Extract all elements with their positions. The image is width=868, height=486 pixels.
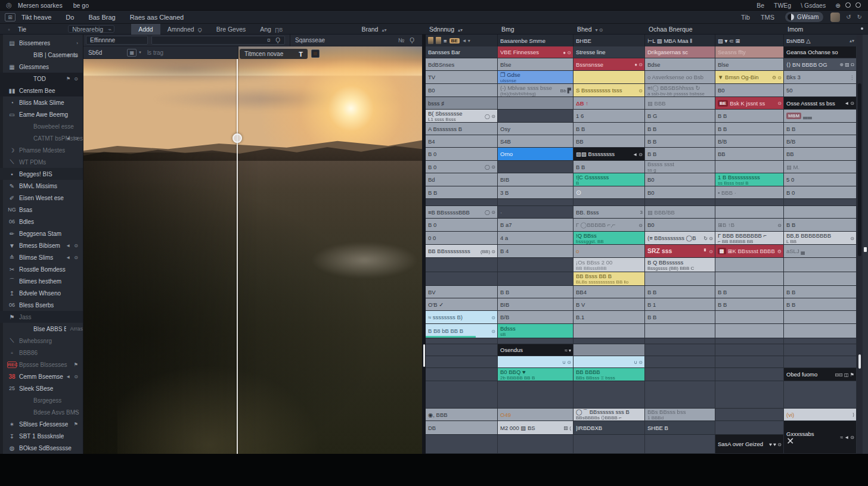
cell-action-icons[interactable]: ▘ ⊙ (704, 248, 713, 254)
grid-cell[interactable] (715, 338, 784, 344)
cell-action-icons[interactable]: ⊙ (491, 314, 495, 320)
grid-cell[interactable]: ¡Os BBss 2 00BB BBsssBBB (574, 258, 645, 272)
grid-cell[interactable]: B B (426, 186, 498, 199)
grid-cell[interactable] (498, 381, 574, 409)
grid-cell[interactable]: SHBE B (645, 421, 715, 435)
grid-cell[interactable]: ◉, BBB (426, 409, 498, 421)
window-close-button[interactable] (855, 2, 861, 8)
grid-cell[interactable] (574, 199, 645, 206)
grid-cell[interactable] (498, 258, 574, 272)
grid-cell[interactable]: ΔB ↑ (574, 97, 645, 110)
photo-preview[interactable]: Sb6d ▦ ▾ ls trag Titmcen novae T (83, 46, 422, 454)
grid-subheader-cell-2[interactable]: Basarenbe Smme (498, 35, 574, 46)
sidebar-item[interactable]: Blse ABBS BeeArras (0, 323, 83, 335)
sidebar-item[interactable]: 06Bless Bserbs (0, 299, 83, 311)
grid-cell[interactable]: Seasns ffty (715, 46, 784, 58)
grid-cell[interactable] (784, 311, 857, 324)
sidebar-item[interactable]: 25Sleek SBese (0, 382, 83, 394)
sidebar-item[interactable]: TOD⚑ ⊙ (0, 73, 83, 85)
grid-cell[interactable]: 3 B (498, 186, 574, 199)
visibility-toggle-icons[interactable]: ◄ ⊙ (66, 255, 79, 260)
grid-cell[interactable]: ▤ BBB/BB (645, 206, 715, 219)
grid-cell[interactable]: ⊙ (574, 186, 645, 199)
before-after-slider-line[interactable] (237, 46, 238, 454)
grid-cell[interactable] (645, 272, 715, 286)
grid-cell[interactable]: BB (784, 148, 857, 161)
grid-cell[interactable]: Orno (498, 148, 574, 161)
cell-action-icons[interactable]: (BB) ⊙ (480, 248, 495, 254)
grid-cell[interactable] (426, 272, 498, 286)
cell-action-icons[interactable]: ◄ ⊙ (844, 101, 854, 106)
cell-action-icons[interactable]: 3 (640, 210, 643, 215)
grid-cell[interactable]: B B (498, 286, 574, 298)
grid-cell[interactable]: ▪ BBB · (715, 186, 784, 199)
sidebar-item[interactable]: NGBsas (0, 204, 83, 216)
menu-app-title[interactable]: Mersen soarkes (18, 2, 63, 9)
sidebar-item[interactable]: ☽Phamse Mdestes (0, 144, 83, 156)
grid-cell[interactable]: ⊞B ↑B⊙ (715, 219, 784, 232)
grid-cell[interactable]: BB BBsssssssss(BB) ⊙ (426, 245, 498, 258)
cell-action-icons[interactable]: ≈ ◄ ⊙ (841, 435, 854, 440)
sidebar-item[interactable]: ↧SBT 1 Bsssknsle (0, 430, 83, 442)
sidebar-item[interactable]: ⟍WT PDMs (0, 156, 83, 168)
tab-bre-geves[interactable]: Bre Geves (209, 24, 253, 35)
grid-cell[interactable]: B B8 bB BB B⊙ (426, 324, 498, 338)
grid-cell[interactable] (715, 206, 784, 219)
grid-cell[interactable] (498, 272, 574, 286)
grid-cell[interactable] (715, 161, 784, 173)
grid-cell[interactable]: TV (426, 71, 498, 84)
grid-cell[interactable]: ❐ Gdseulssnse (498, 71, 574, 84)
grid-cell[interactable]: A Bsssssss B (426, 123, 498, 135)
grid-cell[interactable] (784, 272, 857, 286)
grid-cell[interactable] (426, 258, 498, 272)
undo-icon[interactable]: ↺ (846, 14, 851, 20)
grid-cell[interactable]: B 0 (426, 219, 498, 232)
grid-cell[interactable]: Bansses Bar (426, 46, 498, 58)
grid-cell[interactable]: B B (574, 161, 645, 173)
grid-cell[interactable]: BB (574, 135, 645, 148)
cell-action-icons[interactable]: ⊙ (638, 222, 643, 228)
grid-cell[interactable] (715, 258, 784, 272)
grid-cell[interactable] (498, 435, 574, 454)
grid-cell[interactable]: O49 (498, 409, 574, 421)
grid-cell[interactable]: BB,B BBBBBBBBL BB⊙ (784, 232, 857, 245)
grid-cell[interactable] (715, 311, 784, 324)
globe-icon[interactable]: ⊕ (835, 2, 841, 9)
window-minimize-button[interactable] (845, 2, 851, 8)
scrollbar-thumb-dark[interactable] (858, 83, 861, 256)
grid-cell[interactable]: B0 BBQ ♥2b BBBBB BB B (498, 368, 574, 381)
grid-cell[interactable]: B0 (645, 219, 715, 232)
menu-right-3[interactable]: \ Gsdaes (801, 2, 826, 9)
grid-cell[interactable]: ≡B BBsssssBBB◯ ⊙ (426, 206, 498, 219)
grid-cell[interactable] (498, 161, 574, 173)
grid-cell[interactable] (498, 110, 574, 123)
chevron-icons[interactable]: ◄ ▾ (462, 38, 470, 43)
grid-cell[interactable] (784, 206, 857, 219)
toolbar-item-4[interactable]: Raes aas Cleaned (130, 14, 184, 21)
cell-action-icons[interactable]: ▨ ( (564, 425, 571, 431)
grid-cell[interactable]: !|C GsssssssB (574, 173, 645, 186)
grid-cell[interactable] (574, 435, 645, 454)
grid-cell[interactable] (784, 356, 857, 368)
grid-cell[interactable]: bsss ♯ (426, 97, 498, 110)
grid-cell[interactable] (645, 381, 715, 409)
grid-cell[interactable] (645, 368, 715, 381)
cell-action-icons[interactable]: ⚙ (777, 248, 782, 254)
app-logo-icon[interactable]: ◎ (0, 1, 18, 9)
grid-cell[interactable] (645, 344, 715, 356)
grid-cell[interactable] (715, 272, 784, 286)
grid-subheader-cell-6[interactable]: BsNBB △▴▾ (784, 35, 857, 46)
grid-cell[interactable]: B B (784, 123, 857, 135)
grid-column-title-2[interactable]: Bmg (501, 26, 514, 33)
toolbar-item-2[interactable]: Do (66, 14, 74, 21)
account-toggle[interactable]: GWsam (785, 12, 823, 22)
grid-cell[interactable] (645, 199, 715, 206)
caret-down-icon[interactable]: ▾ (139, 50, 141, 55)
grid-cell[interactable]: · (498, 206, 574, 219)
grid-cell[interactable] (498, 199, 574, 206)
cell-action-icons[interactable]: ⊙ (777, 222, 782, 228)
grid-cell[interactable]: B/B (498, 311, 574, 324)
grid-cell[interactable] (574, 381, 645, 409)
sidebar-item[interactable]: ↥Bdvele Whseno (0, 287, 83, 299)
visibility-toggle-icons[interactable]: ⚑ ⊙ (66, 76, 79, 82)
